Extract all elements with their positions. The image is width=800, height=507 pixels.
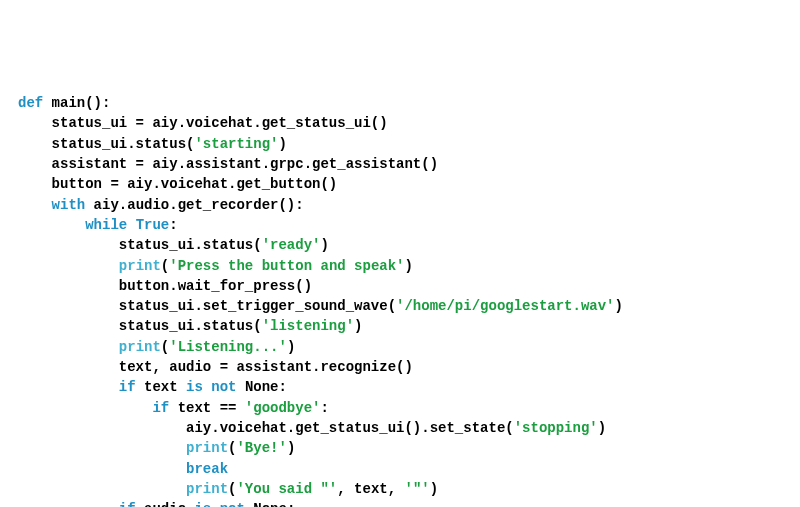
code-token: print [119, 258, 161, 274]
code-token [18, 339, 119, 355]
code-token: ) [278, 136, 286, 152]
code-token [18, 501, 119, 507]
code-token: ) [615, 298, 623, 314]
code-line: print('You said "', text, '"') [18, 479, 782, 499]
code-token: aiy.audio.get_recorder(): [85, 197, 303, 213]
code-token: , text, [337, 481, 404, 497]
code-token: ( [161, 339, 169, 355]
code-token: is not [186, 379, 236, 395]
code-token: if [119, 379, 136, 395]
code-token [18, 197, 52, 213]
code-token: if [152, 400, 169, 416]
code-token: status_ui = aiy.voicehat.get_status_ui() [18, 115, 388, 131]
code-line: button = aiy.voicehat.get_button() [18, 174, 782, 194]
code-token: text [136, 379, 186, 395]
code-token: break [186, 461, 228, 477]
code-line: break [18, 459, 782, 479]
code-line: button.wait_for_press() [18, 276, 782, 296]
code-token: status_ui.status( [18, 237, 262, 253]
code-line: status_ui.set_trigger_sound_wave('/home/… [18, 296, 782, 316]
code-token: status_ui.set_trigger_sound_wave( [18, 298, 396, 314]
code-token: 'You said "' [236, 481, 337, 497]
code-token: ( [161, 258, 169, 274]
code-token [18, 461, 186, 477]
code-token [18, 217, 85, 233]
code-token: '"' [405, 481, 430, 497]
code-token: ) [354, 318, 362, 334]
code-token: while True [85, 217, 169, 233]
code-token: 'stopping' [514, 420, 598, 436]
code-line: print('Bye!') [18, 438, 782, 458]
code-token [18, 258, 119, 274]
code-token: ) [405, 258, 413, 274]
code-token: ) [287, 440, 295, 456]
code-token: '/home/pi/googlestart.wav' [396, 298, 614, 314]
code-token: assistant = aiy.assistant.grpc.get_assis… [18, 156, 438, 172]
code-line: aiy.voicehat.get_status_ui().set_state('… [18, 418, 782, 438]
code-line: status_ui.status('starting') [18, 134, 782, 154]
code-token: text, audio = assistant.recognize() [18, 359, 413, 375]
code-token [18, 379, 119, 395]
code-token: 'starting' [194, 136, 278, 152]
code-token: with [52, 197, 86, 213]
code-token: print [186, 440, 228, 456]
code-token: 'listening' [262, 318, 354, 334]
code-line: print('Listening...') [18, 337, 782, 357]
code-line: if text is not None: [18, 377, 782, 397]
code-line: print('Press the button and speak') [18, 256, 782, 276]
code-token: ) [430, 481, 438, 497]
code-token: is not [194, 501, 244, 507]
code-line: assistant = aiy.assistant.grpc.get_assis… [18, 154, 782, 174]
code-token: def [18, 95, 52, 111]
code-token: ) [287, 339, 295, 355]
code-line: status_ui.status('ready') [18, 235, 782, 255]
code-token [18, 481, 186, 497]
code-line: while True: [18, 215, 782, 235]
code-token: ) [598, 420, 606, 436]
code-token: audio [136, 501, 195, 507]
code-line: def main(): [18, 93, 782, 113]
code-token: status_ui.status( [18, 318, 262, 334]
code-token: if [119, 501, 136, 507]
code-token: print [119, 339, 161, 355]
code-token: ) [320, 237, 328, 253]
code-token: print [186, 481, 228, 497]
code-token [18, 440, 186, 456]
code-token: : [320, 400, 328, 416]
code-token: text == [169, 400, 245, 416]
code-token: main(): [52, 95, 111, 111]
code-line: if text == 'goodbye': [18, 398, 782, 418]
code-line: status_ui.status('listening') [18, 316, 782, 336]
code-snippet: def main(): status_ui = aiy.voicehat.get… [18, 93, 782, 507]
code-token: 'ready' [262, 237, 321, 253]
code-token: 'Listening...' [169, 339, 287, 355]
code-token: 'goodbye' [245, 400, 321, 416]
code-token: button.wait_for_press() [18, 278, 312, 294]
code-line: text, audio = assistant.recognize() [18, 357, 782, 377]
code-token: : [169, 217, 177, 233]
code-token: None: [236, 379, 286, 395]
code-token: status_ui.status( [18, 136, 194, 152]
code-token: aiy.voicehat.get_status_ui().set_state( [18, 420, 514, 436]
code-line: status_ui = aiy.voicehat.get_status_ui() [18, 113, 782, 133]
code-line: if audio is not None: [18, 499, 782, 507]
code-token: button = aiy.voicehat.get_button() [18, 176, 337, 192]
code-token: 'Bye!' [236, 440, 286, 456]
code-line: with aiy.audio.get_recorder(): [18, 195, 782, 215]
code-token [18, 400, 152, 416]
code-token: 'Press the button and speak' [169, 258, 404, 274]
code-token: None: [245, 501, 295, 507]
